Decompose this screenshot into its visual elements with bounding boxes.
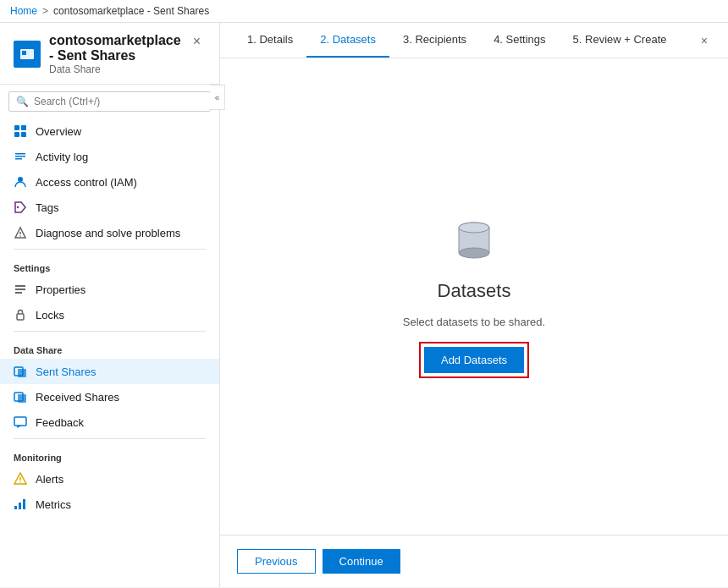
sidebar-label-access-control: Access control (IAM) [36,176,137,189]
tab-details[interactable]: 1. Details [234,23,306,58]
sidebar: contosomarketplace - Sent Shares Data Sh… [0,23,220,587]
feedback-icon [14,415,27,429]
svg-rect-21 [14,417,26,426]
window-title: contosomarketplace - Sent Shares [49,33,188,63]
svg-rect-5 [21,132,26,137]
svg-point-9 [18,177,23,182]
received-shares-icon [14,390,27,404]
settings-section-header: Settings [0,253,219,277]
svg-rect-13 [15,285,25,287]
tab-bar: 1. Details 2. Datasets 3. Recipients 4. … [220,23,728,58]
svg-rect-2 [14,125,19,130]
window-icon [14,41,41,68]
datasets-title: Datasets [438,280,511,302]
svg-point-12 [19,235,21,237]
search-icon: 🔍 [16,96,29,107]
tab-datasets[interactable]: 2. Datasets [306,23,389,58]
sidebar-item-access-control[interactable]: Access control (IAM) [0,169,219,195]
search-box[interactable]: 🔍 [8,91,211,112]
continue-button[interactable]: Continue [323,549,400,574]
collapse-button[interactable]: « [210,85,225,110]
add-datasets-btn-wrapper: Add Datasets [419,342,529,378]
sidebar-item-overview[interactable]: Overview [0,118,219,144]
iam-icon [14,175,27,189]
svg-rect-20 [18,394,26,403]
sidebar-label-received-shares: Received Shares [36,391,119,404]
data-share-section-header: Data Share [0,335,219,359]
previous-button[interactable]: Previous [237,549,316,574]
breadcrumb-separator: > [42,5,48,17]
breadcrumb-current: contosomarketplace - Sent Shares [53,5,209,17]
svg-rect-6 [15,153,25,155]
sidebar-label-diagnose: Diagnose and solve problems [36,227,180,239]
svg-point-30 [459,223,489,233]
svg-rect-3 [21,125,26,130]
monitoring-section-header: Monitoring [0,442,219,466]
close-button[interactable]: × [188,33,206,50]
divider-settings [14,249,206,250]
activity-icon [14,150,27,163]
sidebar-label-activity-log: Activity log [36,151,88,163]
breadcrumb-home[interactable]: Home [10,5,37,17]
alerts-icon [14,472,27,486]
tab-bar-close-button[interactable]: × [694,30,714,51]
sidebar-label-locks: Locks [36,309,64,321]
sidebar-label-sent-shares: Sent Shares [36,365,97,378]
datasets-cylinder-icon [449,216,499,267]
search-input[interactable] [34,96,203,107]
sidebar-item-received-shares[interactable]: Received Shares [0,384,219,409]
svg-rect-15 [15,292,22,294]
content-area: 1. Details 2. Datasets 3. Recipients 4. … [220,23,728,587]
sidebar-label-metrics: Metrics [36,498,71,511]
svg-rect-7 [15,156,25,157]
tabs: 1. Details 2. Datasets 3. Recipients 4. … [234,23,680,58]
svg-rect-18 [18,369,26,377]
divider-data-share [14,331,206,332]
sidebar-item-locks[interactable]: Locks [0,302,219,327]
divider-monitoring [14,438,206,439]
sidebar-item-tags[interactable]: Tags [0,195,219,220]
svg-rect-1 [22,51,26,55]
sidebar-label-properties: Properties [36,283,85,296]
sidebar-item-metrics[interactable]: Metrics [0,492,219,517]
add-datasets-button[interactable]: Add Datasets [424,347,524,373]
svg-point-29 [459,248,489,258]
sidebar-label-overview: Overview [36,125,81,138]
svg-rect-4 [14,132,19,137]
sidebar-item-properties[interactable]: Properties [0,277,219,302]
sidebar-item-activity-log[interactable]: Activity log [0,144,219,169]
tab-settings[interactable]: 4. Settings [480,23,559,58]
sidebar-item-alerts[interactable]: Alerts [0,466,219,492]
svg-rect-16 [17,314,24,320]
breadcrumb: Home > contosomarketplace - Sent Shares [0,0,728,23]
sidebar-label-feedback: Feedback [36,416,84,429]
svg-rect-24 [14,506,17,509]
svg-rect-8 [15,158,22,160]
window-header: contosomarketplace - Sent Shares Data Sh… [0,23,219,85]
sidebar-item-diagnose[interactable]: Diagnose and solve problems [0,220,219,245]
sidebar-item-sent-shares[interactable]: Sent Shares [0,359,219,384]
datasets-subtitle: Select datasets to be shared. [403,316,545,328]
svg-rect-14 [15,289,25,290]
content-footer: Previous Continue [220,535,728,587]
content-main: Datasets Select datasets to be shared. A… [220,58,728,535]
sidebar-label-tags: Tags [36,201,58,214]
datasets-container: Datasets Select datasets to be shared. A… [403,216,545,378]
svg-rect-25 [19,503,21,509]
metrics-icon [14,497,27,511]
diagnose-icon [14,226,27,239]
sent-shares-icon [14,365,27,378]
overview-icon [14,124,27,138]
window-subtitle: Data Share [49,63,188,75]
svg-point-10 [17,206,19,208]
sidebar-item-feedback[interactable]: Feedback [0,409,219,435]
properties-icon [14,283,27,296]
tab-recipients[interactable]: 3. Recipients [389,23,480,58]
svg-point-23 [19,481,20,482]
tags-icon [14,201,27,214]
sidebar-label-alerts: Alerts [36,473,63,486]
locks-icon [14,308,27,321]
svg-rect-26 [23,499,25,509]
tab-review-create[interactable]: 5. Review + Create [560,23,681,58]
